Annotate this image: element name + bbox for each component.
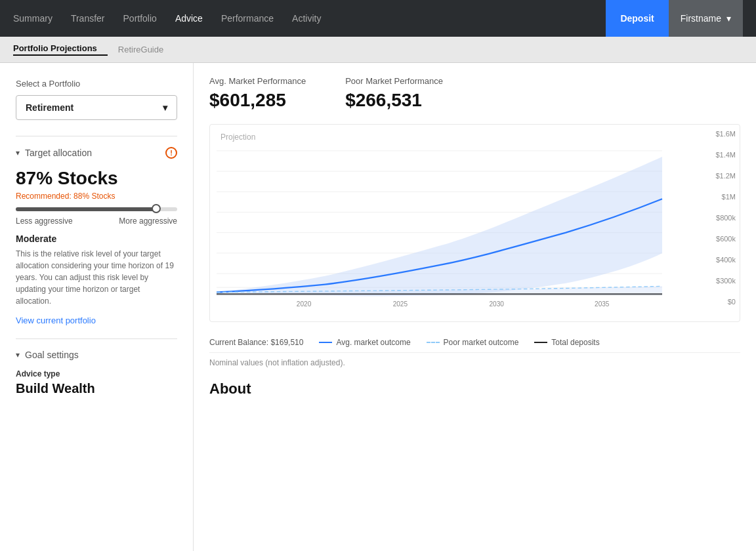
portfolio-value: Retirement <box>26 102 74 113</box>
avg-market-label: Avg. Market Performance <box>209 76 306 86</box>
x-label-2030: 2030 <box>489 300 504 308</box>
slider-labels: Less aggressive More aggressive <box>16 216 177 226</box>
nav-portfolio[interactable]: Portfolio <box>123 13 157 24</box>
legend-poor-label: Poor market outcome <box>444 338 519 347</box>
nominal-note: Nominal values (not inflation adjusted). <box>209 352 740 367</box>
allocation-slider[interactable] <box>16 207 177 211</box>
legend-deposits-item: Total deposits <box>534 338 599 347</box>
recommended-label: Recommended: 88% Stocks <box>16 192 177 201</box>
divider-2 <box>16 338 177 339</box>
avg-market-value: $601,285 <box>209 90 306 111</box>
target-allocation-label: Target allocation <box>25 148 92 158</box>
y-label-1.2m: $1.2M <box>702 172 736 180</box>
target-info-icon[interactable]: ! <box>165 147 177 159</box>
avg-market-metric: Avg. Market Performance $601,285 <box>209 76 306 111</box>
projection-chart: Projection $1.6M $1.4M $1.2M $1M $800k $… <box>209 124 740 322</box>
nav-links: Summary Transfer Portfolio Advice Perfor… <box>13 13 606 24</box>
risk-level-label: Moderate <box>16 234 177 244</box>
poor-market-metric: Poor Market Performance $266,531 <box>345 76 443 111</box>
nav-actions: Deposit Firstname ▾ <box>606 0 743 37</box>
user-name-label: Firstname <box>681 13 721 24</box>
legend-deposits-label: Total deposits <box>551 338 599 347</box>
deposit-button[interactable]: Deposit <box>606 0 668 37</box>
chart-legend: Current Balance: $169,510 Avg. market ou… <box>209 331 740 347</box>
y-label-1.4m: $1.4M <box>702 151 736 159</box>
target-allocation-header: ▾ Target allocation ! <box>16 147 177 159</box>
slider-thumb <box>152 204 161 213</box>
nav-performance[interactable]: Performance <box>221 13 274 24</box>
y-label-0: $0 <box>702 298 736 306</box>
legend-avg-label: Avg. market outcome <box>336 338 410 347</box>
portfolio-select-label: Select a Portfolio <box>16 79 177 89</box>
goal-settings-label: Goal settings <box>25 350 79 360</box>
risk-description: This is the relative risk level of your … <box>16 248 177 307</box>
x-label-2020: 2020 <box>297 300 312 308</box>
slider-less-label: Less aggressive <box>16 216 73 226</box>
sidebar: Select a Portfolio Retirement ▾ ▾ Target… <box>0 63 194 551</box>
main-section: Avg. Market Performance $601,285 Poor Ma… <box>194 63 756 551</box>
x-label-2035: 2035 <box>595 300 610 308</box>
y-label-1.6m: $1.6M <box>702 130 736 138</box>
legend-current-balance: Current Balance: $169,510 <box>209 338 303 347</box>
sub-nav: Portfolio Projections RetireGuide <box>0 37 756 63</box>
legend-avg-item: Avg. market outcome <box>319 338 410 347</box>
stocks-percentage-label: 87% Stocks <box>16 168 177 189</box>
chart-svg: 2020 2025 2030 2035 <box>217 131 662 315</box>
chart-band-upper <box>217 157 662 296</box>
y-label-1m: $1M <box>702 193 736 201</box>
poor-market-value: $266,531 <box>345 90 443 111</box>
poor-market-label: Poor Market Performance <box>345 76 443 86</box>
about-heading: About <box>209 380 740 398</box>
y-axis: $1.6M $1.4M $1.2M $1M $800k $600k $400k … <box>702 125 740 321</box>
legend-avg-line <box>319 342 332 343</box>
goal-chevron-icon: ▾ <box>16 350 20 359</box>
tab-retire-guide[interactable]: RetireGuide <box>118 45 174 54</box>
y-label-600k: $600k <box>702 235 736 243</box>
divider-1 <box>16 136 177 136</box>
target-chevron-icon: ▾ <box>16 148 20 157</box>
tab-portfolio-projections[interactable]: Portfolio Projections <box>13 43 108 56</box>
legend-poor-line <box>427 342 440 343</box>
metrics-row: Avg. Market Performance $601,285 Poor Ma… <box>209 76 740 111</box>
top-nav: Summary Transfer Portfolio Advice Perfor… <box>0 0 756 37</box>
slider-more-label: More aggressive <box>119 216 177 226</box>
slider-fill <box>16 207 156 211</box>
x-label-2025: 2025 <box>393 300 408 308</box>
main-content: Select a Portfolio Retirement ▾ ▾ Target… <box>0 63 756 551</box>
nav-activity[interactable]: Activity <box>292 13 321 24</box>
user-menu-button[interactable]: Firstname ▾ <box>669 0 743 37</box>
legend-poor-item: Poor market outcome <box>427 338 519 347</box>
recommended-value: 88% Stocks <box>74 192 115 201</box>
legend-deposits-line <box>534 342 547 343</box>
advice-type-value: Build Wealth <box>16 381 177 396</box>
goal-settings-header: ▾ Goal settings <box>16 350 177 360</box>
view-portfolio-link[interactable]: View current portfolio <box>16 316 96 325</box>
y-label-800k: $800k <box>702 214 736 222</box>
projection-label: Projection <box>220 133 255 142</box>
nav-advice[interactable]: Advice <box>175 13 203 24</box>
nav-transfer[interactable]: Transfer <box>71 13 105 24</box>
portfolio-dropdown-icon: ▾ <box>163 102 167 113</box>
advice-type-label: Advice type <box>16 369 177 378</box>
user-chevron-icon: ▾ <box>726 13 731 24</box>
y-label-300k: $300k <box>702 277 736 285</box>
y-label-400k: $400k <box>702 256 736 264</box>
nav-summary[interactable]: Summary <box>13 13 52 24</box>
portfolio-dropdown[interactable]: Retirement ▾ <box>16 95 177 120</box>
